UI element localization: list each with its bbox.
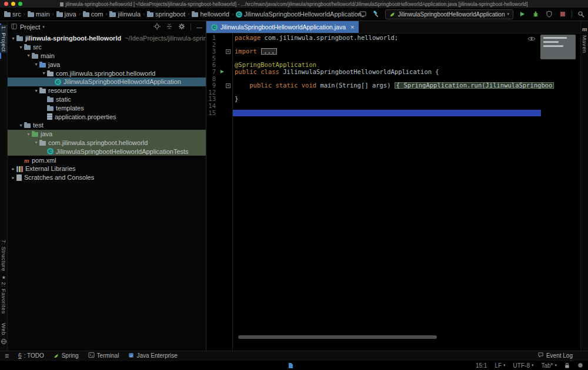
project-tree-item[interactable]: pom.xml xyxy=(8,156,206,164)
stripe-item-project[interactable]: 1: Project xyxy=(0,25,8,53)
editor-tab[interactable]: JilinwulaSpringbootHelloworldApplication… xyxy=(206,21,359,33)
gear-icon[interactable] xyxy=(178,23,185,31)
run-button[interactable] xyxy=(517,9,527,19)
search-everywhere-icon[interactable] xyxy=(576,9,586,19)
code-line[interactable]: 15 xyxy=(206,110,580,117)
project-tree-item[interactable]: ▾java xyxy=(8,130,206,139)
stripe-item-java-enterprise[interactable]: Java Enterprise xyxy=(128,352,177,359)
hide-panel-icon[interactable]: — xyxy=(196,24,202,31)
line-number: 7 xyxy=(206,69,232,76)
debug-button[interactable] xyxy=(531,9,540,19)
breadcrumb-label: main xyxy=(36,11,50,18)
project-tree-item[interactable]: JilinwulaSpringbootHelloworldApplication… xyxy=(8,147,206,156)
event-log-button[interactable]: Event Log xyxy=(537,352,573,359)
expand-arrow[interactable]: ▾ xyxy=(18,123,24,128)
breadcrumb-item[interactable]: helloworld xyxy=(191,11,230,18)
collapse-all-icon[interactable] xyxy=(166,23,173,31)
code-line[interactable]: 1package com.jilinwula.springboot.hellow… xyxy=(206,35,580,42)
expand-arrow[interactable]: ▾ xyxy=(33,140,39,145)
project-tree-item[interactable]: ▾resources xyxy=(8,86,206,95)
gutter: 6 xyxy=(206,62,232,69)
run-gutter-icon[interactable] xyxy=(220,70,224,73)
fold-marker-icon[interactable]: + xyxy=(226,49,230,54)
code-token: ... xyxy=(261,48,277,55)
locate-file-icon[interactable] xyxy=(153,23,161,31)
project-tree-item[interactable]: ▾jilinwula-springboot-helloworld~/IdeaPr… xyxy=(8,34,206,43)
stripe-item-spring[interactable]: Spring xyxy=(54,352,79,359)
spring-label: Spring xyxy=(62,352,79,359)
stripe-label: 7: Structure xyxy=(1,240,7,271)
class-icon xyxy=(47,148,54,154)
highlighting-level-icon[interactable] xyxy=(577,362,583,368)
project-tree-item[interactable]: ▾src xyxy=(8,43,206,52)
breadcrumb-item[interactable]: java xyxy=(56,11,77,18)
breadcrumb-item[interactable]: src xyxy=(4,11,22,18)
project-tree-item[interactable]: ▾java xyxy=(8,60,206,69)
folder-resources-icon xyxy=(39,89,46,93)
horizontal-scrollbar[interactable] xyxy=(238,335,437,339)
stripe-label: Web xyxy=(1,323,7,335)
code-line[interactable]: 7public class JilinwulaSpringbootHellowo… xyxy=(206,69,580,76)
restore-layout-icon[interactable] xyxy=(358,9,368,19)
breadcrumb-item[interactable]: main xyxy=(27,11,51,18)
indent-widget[interactable]: Tab*▾ xyxy=(541,362,557,369)
stripe-item-terminal[interactable]: Terminal xyxy=(88,352,119,359)
stripe-item-structure[interactable]: 7: Structure xyxy=(0,238,8,273)
zoom-window-button[interactable] xyxy=(18,2,22,6)
status-file-icon[interactable] xyxy=(288,362,293,370)
expand-arrow[interactable]: ▾ xyxy=(10,36,16,41)
code-line[interactable]: 3+import ... xyxy=(206,48,580,55)
project-tree-item[interactable]: ▾test xyxy=(8,121,206,130)
package-icon xyxy=(47,72,54,76)
code-editor[interactable]: 1package com.jilinwula.springboot.hellow… xyxy=(206,33,580,351)
inspections-eye-icon[interactable] xyxy=(527,36,536,43)
breadcrumb-item[interactable]: com xyxy=(82,11,104,18)
build-hammer-icon[interactable] xyxy=(372,9,381,19)
stripe-item-maven[interactable]: Maven xyxy=(581,23,588,55)
expand-arrow[interactable]: ▾ xyxy=(25,53,32,58)
project-tree-item[interactable]: ▸Scratches and Consoles xyxy=(8,173,206,182)
line-separator-widget[interactable]: LF▾ xyxy=(495,362,505,369)
stop-button[interactable] xyxy=(558,9,567,19)
code-line[interactable]: 13} xyxy=(206,96,580,103)
tool-windows-icon[interactable]: ≡ xyxy=(5,352,9,360)
stripe-item-todo[interactable]: 6: TODO xyxy=(18,352,44,359)
stripe-item-web[interactable]: Web xyxy=(0,322,8,348)
code-line[interactable]: 9+ public static void main(String[] args… xyxy=(206,82,580,89)
expand-arrow[interactable]: ▾ xyxy=(18,45,24,50)
project-tree-item[interactable]: ▾main xyxy=(8,52,206,60)
coverage-button[interactable] xyxy=(544,9,554,19)
minimize-window-button[interactable] xyxy=(11,2,15,6)
expand-arrow[interactable]: ▾ xyxy=(41,70,47,76)
encoding-widget[interactable]: UTF-8▾ xyxy=(513,362,534,369)
expand-arrow[interactable]: ▸ xyxy=(10,166,16,171)
code-line[interactable]: 2 xyxy=(206,42,580,49)
run-configuration-select[interactable]: JilinwulaSpringbootHelloworldApplication… xyxy=(385,9,513,19)
breadcrumb-item[interactable]: JilinwulaSpringbootHelloworldApplication xyxy=(235,11,362,18)
project-tree-item[interactable]: ▾com.jilinwula.springboot.helloworld xyxy=(8,69,206,78)
project-tree-item[interactable]: application.properties xyxy=(8,112,206,121)
stripe-item-favorites[interactable]: ★2: Favorites xyxy=(0,274,8,315)
breadcrumb-item[interactable]: jilinwula xyxy=(109,11,141,18)
project-tree-item[interactable]: templates xyxy=(8,103,206,112)
line-number: 15 xyxy=(206,110,232,117)
fold-marker-icon[interactable]: + xyxy=(226,83,230,88)
project-tree-item[interactable]: static xyxy=(8,95,206,104)
expand-arrow[interactable]: ▾ xyxy=(33,62,39,67)
close-window-button[interactable] xyxy=(4,2,8,6)
project-tree-item[interactable]: JilinwulaSpringbootHelloworldApplication xyxy=(8,78,206,86)
close-icon[interactable]: × xyxy=(350,23,354,31)
project-tree-item[interactable]: ▾com.jilinwula.springboot.helloworld xyxy=(8,139,206,147)
breadcrumb-item[interactable]: springboot xyxy=(146,11,186,18)
readonly-lock-icon[interactable] xyxy=(564,362,570,369)
expand-arrow[interactable]: ▸ xyxy=(10,175,16,180)
class-icon xyxy=(236,11,242,18)
project-panel-title[interactable]: Project▾ xyxy=(20,23,45,31)
tree-item-label: External Libraries xyxy=(25,165,76,172)
caret-position-widget[interactable]: 15:1 xyxy=(476,362,487,369)
expand-arrow[interactable]: ▾ xyxy=(33,88,39,93)
code-line[interactable]: 12 xyxy=(206,89,580,96)
project-tree-item[interactable]: ▸External Libraries xyxy=(8,164,206,173)
code-line[interactable]: 14 xyxy=(206,103,580,110)
expand-arrow[interactable]: ▾ xyxy=(25,132,32,137)
